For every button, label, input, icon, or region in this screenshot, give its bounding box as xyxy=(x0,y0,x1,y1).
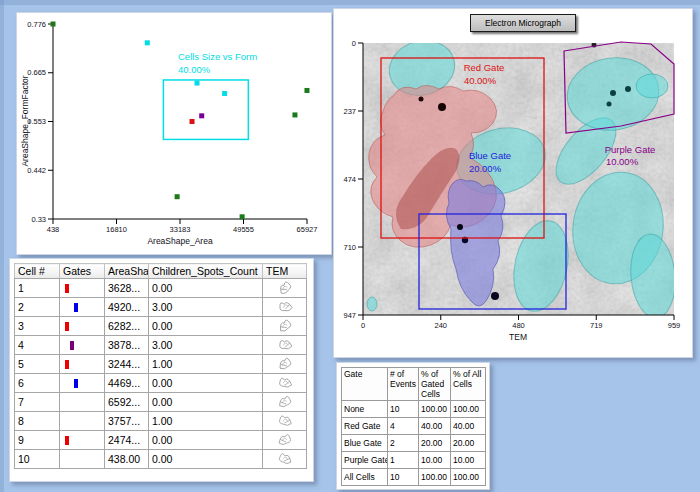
gate-color-chip xyxy=(65,436,69,445)
scatter-plot: 0.7760.6650.5530.4420.334381681033183495… xyxy=(17,13,331,254)
gate-stats-row[interactable]: Red Gate440.0040.00 xyxy=(342,418,486,435)
cell-table-column-header[interactable]: AreaSha xyxy=(105,264,149,279)
scatter-point[interactable] xyxy=(222,91,227,96)
cell-table-column-header[interactable]: Children_Spots_Count xyxy=(149,264,263,279)
cell-table-row[interactable]: 10438.000.00 xyxy=(15,450,307,469)
gate-stats-column-header[interactable]: % of Gated Cells xyxy=(419,368,451,401)
scatter-x-axis-label: AreaShape_Area xyxy=(147,236,212,246)
tem-thumbnail-cell xyxy=(263,374,307,393)
tem-thumbnail-cell xyxy=(263,279,307,298)
gate-stats-row[interactable]: None10100.00100.00 xyxy=(342,401,486,418)
gates-cell xyxy=(60,279,105,298)
tem-thumbnail-cell xyxy=(263,412,307,431)
scatter-point[interactable] xyxy=(175,194,180,199)
tem-thumbnail xyxy=(274,412,296,428)
gate-stat-value: 1 xyxy=(388,452,419,469)
cell-table-column-header[interactable]: Cell # xyxy=(15,264,60,279)
area-value: 4469... xyxy=(105,374,149,393)
cell-table-row[interactable]: 83757...1.00 xyxy=(15,412,307,431)
tem-thumbnail xyxy=(274,279,296,295)
scatter-point[interactable] xyxy=(292,112,297,117)
cell-table-column-header[interactable]: Gates xyxy=(60,264,105,279)
scatter-point[interactable] xyxy=(145,40,150,45)
cell-number: 8 xyxy=(15,412,60,431)
y-tick-label: 0.33 xyxy=(31,215,46,224)
y-tick-label: 0 xyxy=(352,39,356,48)
gate-name: All Cells xyxy=(342,469,388,486)
scatter-gate-title: Cells Size vs Form xyxy=(178,51,257,62)
scatter-point[interactable] xyxy=(240,214,245,219)
gate-stats-column-header[interactable]: % of All Cells xyxy=(451,368,486,401)
scatter-point[interactable] xyxy=(199,113,204,118)
area-value: 3628... xyxy=(105,279,149,298)
cell-table-panel: Cell #GatesAreaShaChildren_Spots_CountTE… xyxy=(9,258,314,482)
cell-number: 1 xyxy=(15,279,60,298)
spots-count-value: 3.00 xyxy=(149,336,263,355)
cell-table-row[interactable]: 64469...0.00 xyxy=(15,374,307,393)
area-value: 6282... xyxy=(105,317,149,336)
cell-table-row[interactable]: 13628...0.00 xyxy=(15,279,307,298)
cell-table-row[interactable]: 24920...3.00 xyxy=(15,298,307,317)
gates-cell xyxy=(60,336,105,355)
scatter-point[interactable] xyxy=(195,81,200,86)
purple-gate-label: Purple Gate xyxy=(605,144,656,155)
spots-count-value: 1.00 xyxy=(149,412,263,431)
gate-stat-value: 10.00 xyxy=(419,452,451,469)
gate-color-chip xyxy=(65,322,69,331)
micrograph-plot: Red Gate 40.00% Blue Gate 20.00% Purple … xyxy=(334,9,692,357)
spots-count-value: 0.00 xyxy=(149,431,263,450)
gate-stats-row[interactable]: Purple Gate110.0010.00 xyxy=(342,452,486,469)
gate-stats-column-header[interactable]: Gate xyxy=(342,368,388,401)
gate-stats-table: Gate# of Events% of Gated Cells% of All … xyxy=(341,367,486,486)
cell-table-column-header[interactable]: TEM xyxy=(263,264,307,279)
x-tick-label: 438 xyxy=(47,225,60,234)
cell-table-row[interactable]: 36282...0.00 xyxy=(15,317,307,336)
y-tick-label: 710 xyxy=(343,243,356,252)
tem-thumbnail xyxy=(274,317,296,333)
scatter-point[interactable] xyxy=(304,88,309,93)
scatter-point[interactable] xyxy=(190,119,195,124)
gate-stats-header-row: Gate# of Events% of Gated Cells% of All … xyxy=(342,368,486,401)
gate-stat-value: 10 xyxy=(388,401,419,418)
gate-stats-panel: Gate# of Events% of Gated Cells% of All … xyxy=(336,362,490,490)
gate-stat-value: 40.00 xyxy=(451,418,486,435)
gates-cell xyxy=(60,355,105,374)
gate-stat-value: 4 xyxy=(388,418,419,435)
x-tick-label: 49555 xyxy=(233,225,254,234)
gates-cell xyxy=(60,412,105,431)
purple-gate-percent: 10.00% xyxy=(606,156,639,167)
x-tick-label: 65927 xyxy=(297,225,318,234)
gate-stat-value: 2 xyxy=(388,435,419,452)
gate-stats-row[interactable]: All Cells10100.00100.00 xyxy=(342,469,486,486)
cell-number: 7 xyxy=(15,393,60,412)
gate-stat-value: 10 xyxy=(388,469,419,486)
cell-table-row[interactable]: 92474...0.00 xyxy=(15,431,307,450)
scatter-y-axis-label: AreaShape_FormFactor xyxy=(20,75,30,166)
y-tick-label: 947 xyxy=(343,311,356,320)
gate-stats-row[interactable]: Blue Gate220.0020.00 xyxy=(342,435,486,452)
x-tick-label: 719 xyxy=(590,321,603,330)
gate-stat-value: 100.00 xyxy=(451,401,486,418)
gate-color-chip xyxy=(74,303,78,312)
gate-stat-value: 100.00 xyxy=(451,469,486,486)
tem-thumbnail-cell xyxy=(263,393,307,412)
gate-name: Red Gate xyxy=(342,418,388,435)
tem-thumbnail-cell xyxy=(263,298,307,317)
x-tick-label: 959 xyxy=(668,321,681,330)
micrograph-title-text: Electron Micrograph xyxy=(485,18,561,28)
tem-thumbnail-cell xyxy=(263,355,307,374)
red-gate-label: Red Gate xyxy=(464,62,505,73)
tem-thumbnail xyxy=(274,336,296,352)
gates-cell xyxy=(60,431,105,450)
micrograph-panel: Electron Micrograph xyxy=(333,8,693,358)
cells-size-vs-form-gate-rect[interactable] xyxy=(163,80,248,139)
cell-table-row[interactable]: 76592...0.00 xyxy=(15,393,307,412)
gate-color-chip xyxy=(65,284,69,293)
gate-stats-column-header[interactable]: # of Events xyxy=(388,368,419,401)
scatter-point[interactable] xyxy=(51,22,56,27)
cell-table-row[interactable]: 43878...3.00 xyxy=(15,336,307,355)
red-gate-percent: 40.00% xyxy=(464,75,497,86)
cell-table-row[interactable]: 53244...1.00 xyxy=(15,355,307,374)
micrograph-title-chip[interactable]: Electron Micrograph xyxy=(470,14,576,32)
gates-cell xyxy=(60,393,105,412)
